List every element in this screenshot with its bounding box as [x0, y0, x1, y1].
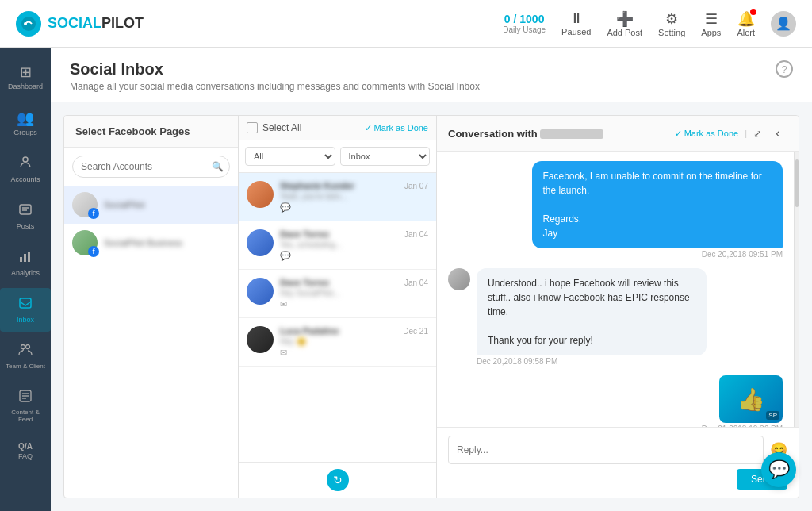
fb-badge-2: f: [88, 246, 99, 257]
conv-mark-done-button[interactable]: ✓ Mark as Done: [675, 129, 738, 139]
page-list: f SocialPilot f SocialPilot Business: [64, 186, 238, 498]
checkmark-icon: ✓: [365, 123, 372, 133]
logo-text: SOCIALPILOT: [48, 15, 144, 32]
add-post-label: Add Post: [607, 28, 642, 37]
conversation-scrollbar[interactable]: [794, 152, 799, 427]
svg-point-2: [23, 157, 28, 162]
nav-right: 0 / 1000 Daily Usage ⏸ Paused ➕ Add Post…: [503, 10, 796, 37]
sidebar-item-posts[interactable]: Posts: [0, 194, 51, 238]
refresh-button[interactable]: ↻: [327, 469, 349, 491]
fb-badge-1: f: [88, 208, 99, 219]
separator: |: [745, 129, 747, 138]
page-item-2[interactable]: f SocialPilot Business: [64, 224, 238, 262]
setting-button[interactable]: ⚙ Setting: [658, 10, 685, 37]
page-avatar-1: f: [72, 192, 98, 217]
msg-content-1: Stephanie Kunder Jan 07 Yeah, you're bei…: [280, 181, 428, 213]
daily-usage-label: Daily Usage: [503, 25, 546, 34]
select-all-checkbox[interactable]: [247, 122, 258, 133]
filter-all-select[interactable]: All: [245, 147, 335, 166]
incoming-content-1: Understood.. i hope Facebook will review…: [477, 268, 783, 366]
sidebar-item-accounts[interactable]: Accounts: [0, 148, 51, 191]
conversation-title: Conversation with: [448, 128, 668, 140]
apps-button[interactable]: ☰ Apps: [701, 10, 721, 37]
reply-input[interactable]: [448, 436, 764, 464]
content-feed-icon: [18, 389, 33, 407]
chat-fab-button[interactable]: 💬: [761, 452, 796, 487]
top-navigation: SOCIALPILOT 0 / 1000 Daily Usage ⏸ Pause…: [0, 0, 812, 48]
message-item-1[interactable]: Stephanie Kunder Jan 07 Yeah, you're bei…: [239, 173, 436, 221]
user-avatar[interactable]: 👤: [771, 11, 796, 36]
thumbs-up-icon: 👍: [737, 386, 765, 413]
alert-badge: [750, 9, 756, 15]
incoming-bubble-1: Understood.. i hope Facebook will review…: [477, 268, 707, 355]
page-item-1[interactable]: f SocialPilot: [64, 186, 238, 224]
message-item-4[interactable]: Luca Padalino Dec 21 Hey 😊 ✉: [239, 318, 436, 367]
logo: SOCIALPILOT: [16, 11, 144, 36]
sidebar-item-content-feed[interactable]: Content & Feed: [0, 381, 51, 431]
page-avatar-2: f: [72, 230, 98, 256]
add-post-button[interactable]: ➕ Add Post: [607, 10, 642, 37]
paused-label: Paused: [561, 27, 591, 36]
sidebar-label-posts: Posts: [17, 222, 35, 230]
conv-mark-done-label: Mark as Done: [684, 129, 738, 138]
team-icon: [18, 343, 33, 361]
msg-icon-1: 💬: [280, 202, 428, 213]
conv-header-text: Conversation with: [448, 128, 538, 140]
page-title: Social Inbox: [70, 60, 480, 79]
sidebar-item-inbox[interactable]: Inbox: [0, 288, 51, 332]
sidebar-item-team-client[interactable]: Team & Client: [0, 335, 51, 378]
message-item-3[interactable]: Dave Torrez Jan 04 Hey SocialPilot... ✉: [239, 270, 436, 318]
svg-rect-7: [24, 254, 26, 262]
sidebar-label-accounts: Accounts: [10, 175, 40, 183]
outgoing-time-1: Dec 20,2018 09:51 PM: [702, 250, 783, 259]
messages-panel: Select All ✓ Mark as Done All Inbox: [239, 116, 437, 498]
msg-date-3: Jan 04: [404, 279, 428, 287]
nav-prev-button[interactable]: ‹: [768, 124, 787, 143]
inbox-icon: [18, 296, 33, 314]
posts-icon: [18, 202, 33, 221]
content-area: Social Inbox Manage all your social medi…: [51, 48, 812, 511]
sidebar-label-dashboard: Dashboard: [8, 83, 43, 90]
image-logo-sm: SP: [766, 411, 779, 420]
msg-name-4: Luca Padalino: [280, 326, 339, 336]
analytics-icon: [18, 249, 33, 267]
sidebar: ⊞ Dashboard 👥 Groups Accounts: [0, 48, 51, 511]
reply-area: 😊 Send: [437, 427, 799, 498]
msg-name-3: Dave Torrez: [280, 278, 329, 287]
sidebar-item-dashboard[interactable]: ⊞ Dashboard: [0, 56, 51, 98]
sidebar-item-analytics[interactable]: Analytics: [0, 241, 51, 285]
msg-preview-1: Yeah, you're bein...: [280, 192, 391, 201]
external-link-icon[interactable]: ⤢: [753, 128, 762, 140]
conv-check-icon: ✓: [675, 129, 682, 139]
msg-date-4: Dec 21: [403, 327, 428, 336]
sidebar-label-content-feed: Content & Feed: [3, 409, 48, 423]
search-icon: 🔍: [212, 161, 224, 172]
alert-label: Alert: [737, 28, 755, 37]
msg-icon-3: ✉: [280, 299, 428, 309]
help-button[interactable]: ?: [776, 60, 793, 78]
svg-rect-8: [28, 252, 30, 262]
gear-icon: ⚙: [665, 10, 678, 28]
mark-done-label: Mark as Done: [374, 123, 428, 133]
inbox-layout: Select Facebook Pages 🔍 f SocialPilot f: [63, 115, 799, 498]
select-all-label: Select All: [262, 122, 360, 133]
msg-preview-2: Yes, scheduling...: [280, 240, 391, 249]
sidebar-label-faq: FAQ: [18, 452, 33, 460]
main-layout: ⊞ Dashboard 👥 Groups Accounts: [0, 48, 812, 511]
paused-button[interactable]: ⏸ Paused: [561, 10, 591, 36]
filter-inbox-select[interactable]: Inbox: [340, 147, 431, 166]
message-item-2[interactable]: Dave Torrez Jan 04 Yes, scheduling... 💬: [239, 221, 436, 270]
apps-icon: ☰: [705, 10, 718, 28]
alert-button[interactable]: 🔔 Alert: [737, 10, 755, 37]
search-accounts-input[interactable]: [72, 156, 230, 178]
mark-as-done-button[interactable]: ✓ Mark as Done: [365, 123, 428, 133]
add-post-icon: ➕: [616, 10, 634, 28]
msg-avatar-4: [247, 326, 274, 353]
msg-avatar-3: [247, 278, 274, 305]
sidebar-item-faq[interactable]: Q/A FAQ: [0, 434, 51, 468]
page-name-2: SocialPilot Business: [104, 238, 182, 248]
daily-usage-count: 0 / 1000: [504, 13, 545, 25]
incoming-time-1: Dec 20,2018 09:58 PM: [477, 357, 783, 366]
conversation-user: [540, 129, 603, 139]
sidebar-item-groups[interactable]: 👥 Groups: [0, 102, 51, 144]
